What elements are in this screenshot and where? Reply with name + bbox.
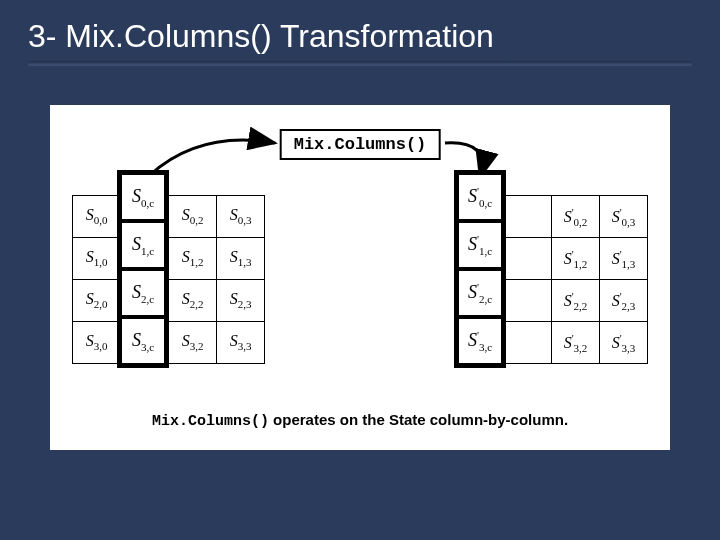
column-cell: S0,c	[120, 173, 166, 221]
column-cell: S'0,c	[457, 173, 503, 221]
caption-fn-name: Mix.Columns()	[152, 413, 269, 430]
matrix-cell: S'1,2	[552, 238, 600, 280]
column-cell: S3,c	[120, 317, 166, 365]
matrix-cell: S'0,2	[552, 196, 600, 238]
matrix-cell: S3,3	[217, 322, 265, 364]
matrix-cell: S2,2	[169, 280, 217, 322]
matrix-cell: S'2,3	[600, 280, 648, 322]
matrix-cell: S'3,2	[552, 322, 600, 364]
matrix-cell	[504, 280, 552, 322]
matrix-cell: S'0,3	[600, 196, 648, 238]
column-cell: S'1,c	[457, 221, 503, 269]
matrix-cell: S'3,3	[600, 322, 648, 364]
matrix-cell: S1,0	[73, 238, 121, 280]
matrix-cell	[504, 196, 552, 238]
column-cell: S1,c	[120, 221, 166, 269]
figure-caption: Mix.Columns() operates on the State colu…	[50, 411, 670, 430]
matrix-cell: S0,0	[73, 196, 121, 238]
column-cell: S'3,c	[457, 317, 503, 365]
figure-canvas: Mix.Columns() S0,0 S0,2 S0,3 S1,0 S1,2 S…	[50, 105, 670, 450]
matrix-cell: S3,2	[169, 322, 217, 364]
matrix-cell: S3,0	[73, 322, 121, 364]
column-cell: S2,c	[120, 269, 166, 317]
matrix-cell: S'1,3	[600, 238, 648, 280]
mixcolumns-fn-box: Mix.Columns()	[280, 129, 441, 160]
state-column-in: S0,c S1,c S2,c S3,c	[117, 170, 169, 368]
column-cell: S'2,c	[457, 269, 503, 317]
matrix-cell: S0,3	[217, 196, 265, 238]
figure-wrap: Mix.Columns() S0,0 S0,2 S0,3 S1,0 S1,2 S…	[50, 105, 670, 450]
matrix-cell: S1,3	[217, 238, 265, 280]
matrix-cell	[504, 322, 552, 364]
title-rule	[28, 61, 692, 65]
matrix-cell: S1,2	[169, 238, 217, 280]
slide-title: 3- Mix.Columns() Transformation	[28, 18, 692, 55]
matrix-cell: S2,0	[73, 280, 121, 322]
matrix-cell	[504, 238, 552, 280]
matrix-cell: S2,3	[217, 280, 265, 322]
state-column-out: S'0,c S'1,c S'2,c S'3,c	[454, 170, 506, 368]
caption-text: operates on the State column-by-column.	[269, 411, 568, 428]
matrix-cell: S0,2	[169, 196, 217, 238]
title-area: 3- Mix.Columns() Transformation	[0, 0, 720, 73]
matrix-cell: S'2,2	[552, 280, 600, 322]
